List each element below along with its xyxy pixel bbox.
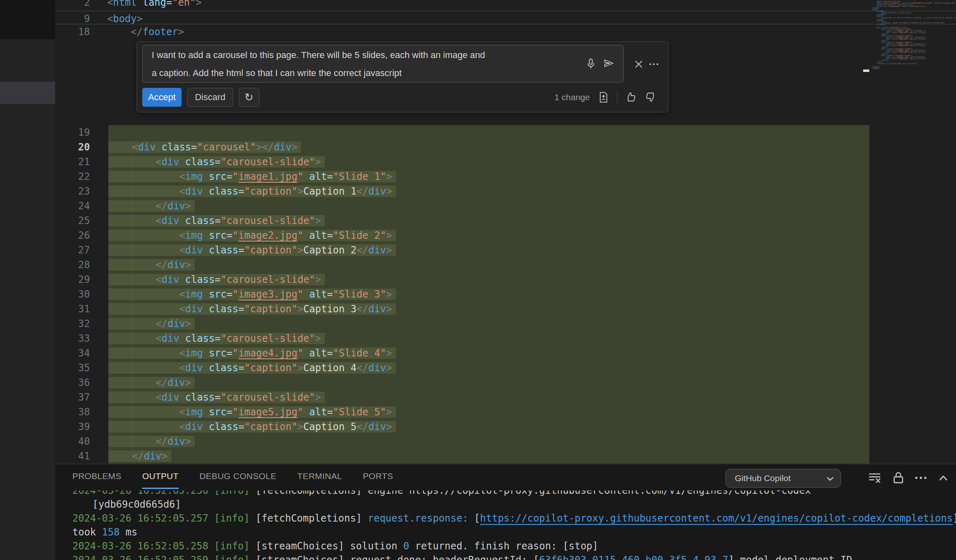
code-line[interactable]: 19 [55, 125, 956, 140]
chevron-up-icon[interactable] [936, 470, 951, 486]
code-text: </div> [108, 199, 195, 213]
line-number: 22 [55, 169, 90, 184]
line-number: 29 [55, 272, 90, 287]
lock-icon[interactable] [891, 470, 906, 486]
code-line[interactable]: 25 <div class="carousel-slide"> [55, 213, 956, 228]
code-line[interactable]: 2<html lang="en"> [55, 0, 956, 10]
code-text: </div> [108, 258, 195, 272]
minimap[interactable]: <meta charset="UTF-8"> <meta name="viewp… [869, 1, 956, 70]
code-line[interactable]: 22 <img src="image1.jpg" alt="Slide 1"> [55, 169, 956, 184]
diff-line-highlight [108, 316, 869, 331]
line-number: 2 [55, 0, 90, 10]
code-text: <img src="image5.jpg" alt="Slide 5"> [108, 405, 396, 419]
code-line[interactable]: 20 <div class="carousel"></div> [55, 140, 956, 155]
log-line: 2024-03-26 16:52:05.257 [info] [fetchCom… [72, 511, 956, 525]
line-number: 39 [55, 419, 90, 434]
diff-line-highlight [108, 434, 869, 449]
refresh-button[interactable]: ↻ [239, 88, 259, 107]
code-text: <div class="caption">Caption 2</div> [108, 243, 396, 258]
code-text: <img src="image1.jpg" alt="Slide 1"> [108, 169, 396, 184]
code-line[interactable]: 23 <div class="caption">Caption 1</div> [55, 184, 956, 199]
code-line[interactable]: 27 <div class="caption">Caption 2</div> [55, 243, 956, 258]
code-text: <div class="caption">Caption 5</div> [108, 419, 396, 434]
panel-more-actions-icon[interactable] [913, 470, 929, 486]
code-line[interactable]: 32 </div> [55, 316, 956, 331]
close-icon[interactable] [633, 58, 645, 70]
diff-line-highlight [108, 199, 869, 213]
code-line[interactable]: 34 <img src="image4.jpg" alt="Slide 4"> [55, 346, 956, 361]
code-line[interactable]: 21 <div class="carousel-slide"> [55, 155, 956, 169]
chat-footer: Accept Discard ↻ 1 change [142, 87, 657, 107]
line-number: 40 [55, 434, 90, 449]
thumbs-up-icon[interactable] [625, 91, 637, 103]
code-line[interactable]: 28 </div> [55, 258, 956, 272]
code-line[interactable]: 24 </div> [55, 199, 956, 213]
line-number: 20 [55, 140, 90, 155]
tab-problems[interactable]: PROBLEMS [72, 464, 121, 489]
chat-input[interactable]: I want to add a carousel to this page. T… [142, 45, 624, 83]
line-number: 34 [55, 346, 90, 361]
log-line: took 158 ms [72, 525, 956, 539]
more-icon[interactable] [648, 58, 660, 70]
discard-button[interactable]: Discard [187, 88, 233, 107]
sidebar [0, 0, 55, 560]
code-line[interactable]: 26 <img src="image2.jpg" alt="Slide 2"> [55, 228, 956, 243]
send-icon[interactable] [603, 58, 615, 70]
tab-output[interactable]: OUTPUT [142, 464, 179, 489]
code-line[interactable]: 9<body> [55, 11, 956, 26]
diff-line-highlight [108, 125, 869, 140]
line-number: 24 [55, 199, 90, 213]
log-line: [ydb69c0d665d6] [72, 497, 956, 511]
code-text: <html lang="en"> [107, 0, 202, 10]
code-text: <div class="carousel-slide"> [108, 155, 325, 169]
code-line[interactable]: 38 <img src="image5.jpg" alt="Slide 5"> [55, 405, 956, 419]
code-text: <img src="image4.jpg" alt="Slide 4"> [108, 346, 396, 361]
diff-line-highlight [108, 258, 869, 272]
output-channel-dropdown[interactable]: GitHub Copilot [725, 469, 841, 488]
code-line[interactable]: 33 <div class="carousel-slide"> [55, 331, 956, 346]
code-text: <div class="carousel-slide"> [108, 390, 325, 405]
log-link[interactable]: https://copilot-proxy.githubusercontent.… [480, 513, 953, 524]
line-number: 26 [55, 228, 90, 243]
code-text: <div class="caption">Caption 1</div> [108, 184, 396, 199]
code-text: </div> [108, 449, 171, 464]
line-number: 33 [55, 331, 90, 346]
code-line[interactable]: 31 <div class="caption">Caption 3</div> [55, 302, 956, 316]
code-text: </div> [108, 316, 195, 331]
code-text: </div> [108, 434, 195, 449]
accept-button[interactable]: Accept [142, 88, 182, 107]
code-line[interactable]: 35 <div class="caption">Caption 4</div> [55, 361, 956, 375]
code-line[interactable]: 40 </div> [55, 434, 956, 449]
diff-file-icon[interactable] [597, 91, 610, 103]
code-line[interactable]: 29 <div class="carousel-slide"> [55, 272, 956, 287]
code-line[interactable]: 18 </footer> [55, 25, 956, 39]
tab-terminal[interactable]: TERMINAL [297, 464, 342, 489]
line-number: 32 [55, 316, 90, 331]
sidebar-top-area [0, 0, 55, 39]
microphone-icon[interactable] [585, 58, 597, 70]
sidebar-selected-item[interactable] [0, 82, 55, 104]
code-line[interactable]: 30 <img src="image3.jpg" alt="Slide 3"> [55, 287, 956, 302]
code-line[interactable]: 39 <div class="caption">Caption 5</div> [55, 419, 956, 434]
thumbs-down-icon[interactable] [644, 91, 657, 103]
line-number: 30 [55, 287, 90, 302]
code-text: <div class="carousel"></div> [108, 140, 301, 155]
line-number: 25 [55, 213, 90, 228]
output-log: 2024-03-26 16:52:05.256 [info] [fetchCom… [72, 491, 956, 560]
code-text: <img src="image3.jpg" alt="Slide 3"> [108, 287, 396, 302]
tab-ports[interactable]: PORTS [363, 464, 393, 489]
diff-line-highlight [108, 449, 869, 464]
line-number: 36 [55, 375, 90, 390]
code-text: </footer> [107, 25, 184, 39]
code-editor[interactable]: 2<html lang="en">9<body>18 </footer> 192… [55, 0, 956, 464]
bottom-panel: PROBLEMSOUTPUTDEBUG CONSOLETERMINALPORTS… [55, 464, 956, 560]
code-line[interactable]: 37 <div class="carousel-slide"> [55, 390, 956, 405]
chat-footer-right: 1 change [554, 91, 657, 104]
line-number: 35 [55, 361, 90, 375]
code-line[interactable]: 36 </div> [55, 375, 956, 390]
code-text: <body> [107, 11, 143, 26]
tab-debug-console[interactable]: DEBUG CONSOLE [200, 464, 276, 489]
code-line[interactable]: 41 </div> [55, 449, 956, 464]
clear-output-icon[interactable] [867, 470, 882, 486]
diff-line-highlight [108, 375, 869, 390]
